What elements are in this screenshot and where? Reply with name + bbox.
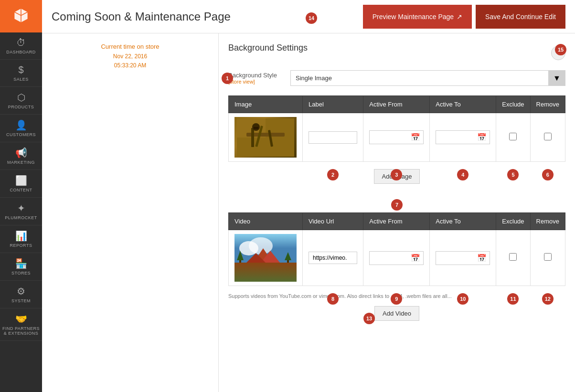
table-row: 8 9 📅 (229, 230, 565, 286)
dashboard-icon: ⏱ (16, 37, 26, 48)
sidebar-item-marketing[interactable]: 📢 MARKETING (0, 142, 42, 170)
image-table-header-row: Image Label Active From Active To Exclud… (229, 96, 565, 113)
col-exclude: Exclude (496, 96, 530, 113)
remove-cell: 6 (530, 113, 565, 162)
image-thumbnail (234, 117, 297, 158)
annotation-12: 12 (542, 293, 554, 305)
find-partners-icon: 🤝 (15, 313, 27, 325)
sidebar-item-customers[interactable]: 👤 CUSTOMERS (0, 115, 42, 142)
annotation-5: 5 (507, 169, 519, 180)
sidebar-item-content[interactable]: ⬜ CONTENT (0, 170, 42, 198)
sidebar-logo[interactable] (0, 0, 42, 32)
col-video-active-from: Active From (363, 213, 430, 230)
sidebar-item-label: FIND PARTNERS & EXTENSIONS (2, 326, 40, 336)
content-area: Current time on store Nov 22, 2016 05:33… (42, 33, 575, 392)
label-text: Background Style (228, 72, 277, 79)
sidebar-item-sales[interactable]: $ SALES (0, 60, 42, 87)
section-title: Background Settings (228, 43, 308, 53)
annotation-6: 6 (542, 169, 554, 180)
video-exclude-checkbox[interactable] (509, 253, 517, 261)
marketing-icon: 📢 (15, 147, 27, 159)
exclude-checkbox[interactable] (509, 133, 517, 140)
calendar-icon[interactable]: 📅 (411, 133, 420, 142)
active-to-input[interactable] (439, 134, 477, 141)
settings-header: Background Settings ⌃ (228, 43, 565, 63)
sidebar-item-label: REPORTS (10, 243, 32, 248)
save-button[interactable]: Save And Continue Edit (476, 5, 565, 29)
sidebar-item-reports[interactable]: 📊 REPORTS (0, 225, 42, 253)
current-time-label: Current time on store (52, 43, 209, 50)
current-time: 05:33:20 AM (114, 62, 146, 69)
svg-rect-3 (251, 128, 254, 147)
label-input[interactable] (309, 131, 357, 144)
sidebar-item-label: DASHBOARD (6, 50, 36, 54)
exclude-cell: 5 (496, 113, 530, 162)
stores-icon: 🏪 (15, 258, 27, 269)
sidebar-item-stores[interactable]: 🏪 STORES (0, 253, 42, 281)
video-url-input[interactable] (309, 252, 357, 264)
sidebar-item-label: SALES (13, 77, 29, 82)
sidebar-item-find-partners[interactable]: 🤝 FIND PARTNERS & EXTENSIONS (0, 308, 42, 341)
annotation-4: 4 (457, 169, 469, 180)
table-row: 2 3 📅 (229, 113, 565, 162)
video-active-from-input[interactable] (373, 254, 411, 261)
video-remove-checkbox[interactable] (544, 253, 552, 261)
preview-button[interactable]: Preview Maintenance Page ↗ (363, 5, 472, 29)
image-table: Image Label Active From Active To Exclud… (228, 95, 565, 162)
video-active-to-date: 📅 (436, 251, 490, 265)
customers-icon: 👤 (15, 119, 27, 131)
add-video-button[interactable]: Add Video (374, 306, 419, 321)
calendar-icon-4[interactable]: 📅 (477, 254, 487, 263)
background-style-row: 1 Background Style [store view] Single I… (228, 70, 565, 86)
svg-rect-7 (254, 127, 258, 129)
sidebar-item-label: PRODUCTS (8, 105, 34, 109)
content-icon: ⬜ (15, 175, 27, 186)
sidebar-item-plumrocket[interactable]: ✦ PLUMROCKET (0, 198, 42, 225)
annotation-8: 8 (327, 293, 339, 305)
external-link-icon: ↗ (457, 13, 462, 21)
video-remove-cell: 12 (530, 230, 565, 286)
current-time-values: Nov 22, 2016 05:33:20 AM (52, 52, 209, 70)
active-from-cell: 3 📅 (363, 113, 430, 162)
add-video-container: 13 Add Video (228, 306, 565, 330)
video-cell (229, 230, 303, 286)
col-image: Image (229, 96, 303, 113)
video-table-section: Video Video Url Active From Active To Ex… (228, 212, 565, 330)
remove-checkbox[interactable] (544, 133, 552, 140)
annotation-3: 3 (391, 169, 402, 180)
col-video: Video (229, 213, 303, 230)
video-active-to-input[interactable] (439, 254, 477, 261)
settings-panel: Background Settings ⌃ 1 Background Style… (219, 33, 575, 392)
col-active-to: Active To (430, 96, 496, 113)
sidebar-item-system[interactable]: ⚙ SYSTEM (0, 281, 42, 308)
sidebar-item-label: STORES (11, 271, 31, 275)
main-content: Coming Soon & Maintenance Page Preview M… (42, 0, 575, 392)
video-thumbnail (234, 234, 297, 282)
products-icon: ⬡ (17, 92, 25, 103)
save-button-label: Save And Continue Edit (485, 13, 556, 21)
calendar-icon-2[interactable]: 📅 (477, 133, 487, 142)
background-style-select-wrapper: Single ImageSlideshowVideo ▼ (290, 70, 565, 86)
sales-icon: $ (18, 64, 23, 75)
sidebar-item-dashboard[interactable]: ⏱ DASHBOARD (0, 32, 42, 60)
annotation-13: 13 (363, 313, 375, 324)
page-title: Coming Soon & Maintenance Page (52, 10, 231, 23)
calendar-icon-3[interactable]: 📅 (411, 254, 420, 263)
video-table: Video Video Url Active From Active To Ex… (228, 212, 565, 286)
video-active-from-date: 📅 (369, 251, 424, 265)
preview-button-label: Preview Maintenance Page (373, 13, 454, 21)
background-style-select[interactable]: Single ImageSlideshowVideo (290, 70, 565, 86)
header-actions: Preview Maintenance Page ↗ Save And Cont… (363, 5, 565, 29)
col-video-exclude: Exclude (496, 213, 530, 230)
video-active-from-cell: 9 📅 (363, 230, 430, 286)
active-from-input[interactable] (373, 134, 411, 141)
col-video-active-to: Active To (430, 213, 496, 230)
sidebar-item-label: PLUMROCKET (5, 215, 37, 220)
annotation-7: 7 (391, 199, 403, 211)
background-style-label: Background Style [store view] (228, 72, 290, 85)
sidebar: ⏱ DASHBOARD $ SALES ⬡ PRODUCTS 👤 CUSTOME… (0, 0, 42, 392)
sidebar-item-products[interactable]: ⬡ PRODUCTS (0, 87, 42, 115)
image-thumb-inner (234, 117, 297, 158)
plumrocket-icon: ✦ (17, 202, 25, 214)
video-thumb-inner (234, 234, 297, 282)
